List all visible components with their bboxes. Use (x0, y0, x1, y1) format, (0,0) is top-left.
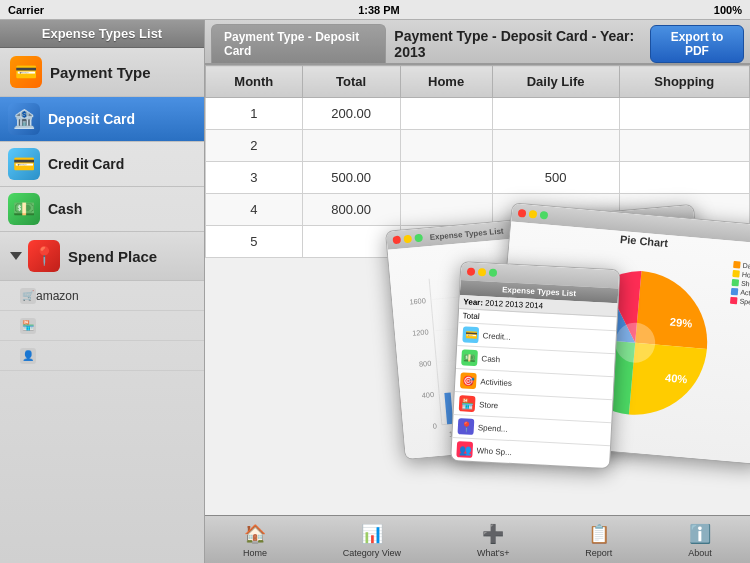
content-area: Payment Type - Deposit Card Payment Type… (205, 20, 750, 563)
table-row: 3500.00500 (206, 162, 750, 194)
credit-card-label: Credit Card (48, 156, 124, 172)
deposit-card-label: Deposit Card (48, 111, 135, 127)
table-container: Month Total Home Daily Life Shopping 120… (205, 65, 750, 563)
col-daily-life: Daily Life (492, 66, 619, 98)
cash-icon: 💵 (8, 193, 40, 225)
chevron-down-icon (10, 252, 22, 260)
status-bar: Carrier 1:38 PM 100% (0, 0, 750, 20)
toolbar-add[interactable]: ➕ What's+ (469, 518, 517, 562)
spend-place-icon: 📍 (28, 240, 60, 272)
sidebar-item-cash[interactable]: 💵 Cash (0, 187, 204, 232)
deposit-card-icon: 🏦 (8, 103, 40, 135)
sidebar: Expense Types List 💳 Payment Type 🏦 Depo… (0, 20, 205, 563)
payment-type-icon: 💳 (10, 56, 42, 88)
data-table: Month Total Home Daily Life Shopping 120… (205, 65, 750, 258)
home-label: Home (243, 548, 267, 558)
time-text: 1:38 PM (358, 4, 400, 16)
bottom-toolbar: 🏠 Home 📊 Category View ➕ What's+ 📋 Repor… (205, 515, 750, 563)
person-icon: 👤 (20, 348, 36, 364)
sidebar-subitem-person[interactable]: 👤 (0, 341, 204, 371)
tab-deposit-card[interactable]: Payment Type - Deposit Card (211, 24, 386, 63)
battery-text: 100% (714, 4, 742, 16)
sidebar-header: Expense Types List (0, 20, 204, 48)
cash-label: Cash (48, 201, 82, 217)
sidebar-item-deposit-card[interactable]: 🏦 Deposit Card (0, 97, 204, 142)
sidebar-subitem-amazon[interactable]: 🛒 amazon (0, 281, 204, 311)
home-icon: 🏠 (243, 522, 267, 546)
sidebar-subitem-store[interactable]: 🏪 (0, 311, 204, 341)
content-title: Payment Type - Deposit Card - Year: 2013 (394, 28, 642, 60)
sidebar-section-spend-place[interactable]: 📍 Spend Place (0, 232, 204, 281)
export-pdf-button[interactable]: Export to PDF (650, 25, 744, 63)
sidebar-section-payment[interactable]: 💳 Payment Type (0, 48, 204, 97)
payment-type-label: Payment Type (50, 64, 151, 81)
category-icon: 📊 (360, 522, 384, 546)
table-row: 2 (206, 130, 750, 162)
amazon-label: amazon (36, 289, 79, 303)
toolbar-about[interactable]: ℹ️ About (680, 518, 720, 562)
table-row: 5 (206, 226, 750, 258)
sidebar-item-credit-card[interactable]: 💳 Credit Card (0, 142, 204, 187)
table-row: 4800.00 (206, 194, 750, 226)
about-label: About (688, 548, 712, 558)
tab-bar: Payment Type - Deposit Card Payment Type… (205, 20, 750, 65)
table-row: 1200.00 (206, 98, 750, 130)
store-icon: 🏪 (20, 318, 36, 334)
credit-card-icon: 💳 (8, 148, 40, 180)
main-layout: Expense Types List 💳 Payment Type 🏦 Depo… (0, 20, 750, 563)
col-total: Total (302, 66, 400, 98)
col-shopping: Shopping (619, 66, 749, 98)
report-label: Report (585, 548, 612, 558)
carrier-text: Carrier (8, 4, 44, 16)
category-label: Category View (343, 548, 401, 558)
amazon-icon: 🛒 (20, 288, 36, 304)
col-home: Home (400, 66, 492, 98)
toolbar-home[interactable]: 🏠 Home (235, 518, 275, 562)
report-icon: 📋 (587, 522, 611, 546)
toolbar-report[interactable]: 📋 Report (577, 518, 620, 562)
add-label: What's+ (477, 548, 509, 558)
toolbar-category[interactable]: 📊 Category View (335, 518, 409, 562)
info-icon: ℹ️ (688, 522, 712, 546)
col-month: Month (206, 66, 303, 98)
spend-place-label: Spend Place (68, 248, 157, 265)
add-icon: ➕ (481, 522, 505, 546)
